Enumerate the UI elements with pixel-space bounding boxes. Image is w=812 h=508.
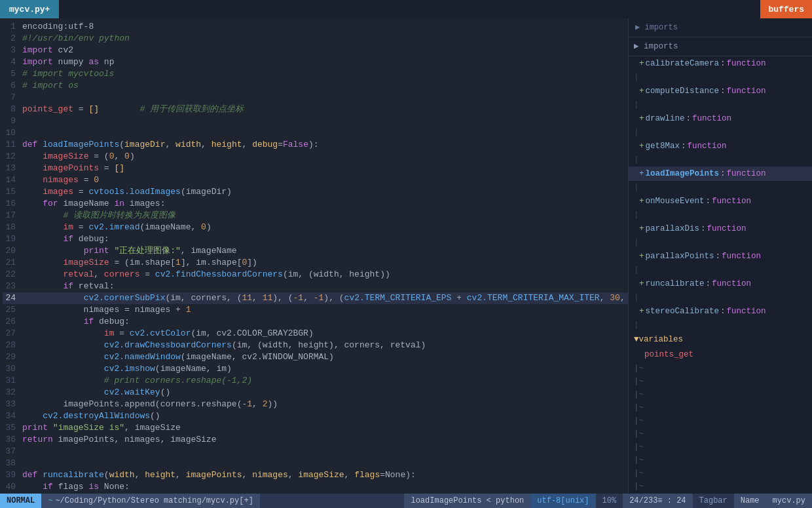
sidebar-sep: | [629, 236, 812, 249]
table-row: 14 nimages = 0 [3, 174, 628, 186]
sidebar-sep: | [629, 126, 812, 139]
table-row: 34 cv2.destroyAllWindows() [3, 410, 628, 422]
sidebar-sep: | [629, 98, 812, 111]
tilde-line: |~ [634, 414, 812, 427]
buffers-label: buffers [768, 5, 804, 14]
table-row: 18 im = cv2.imread(imageName, 0) [3, 222, 628, 233]
status-pct: 10% [596, 494, 623, 508]
table-row: 27 im = cv2.cvtColor(im, cv2.COLOR_GRAY2… [3, 328, 628, 340]
table-row: 16 for imageName in images: [3, 198, 628, 210]
table-row: 28 cv2.drawChessboardCorners(im, (width,… [3, 340, 628, 351]
tab-bar: mycv.py+ buffers [0, 0, 812, 18]
table-row: 7 [3, 92, 628, 104]
buffers-button[interactable]: buffers [760, 0, 812, 18]
code-content: 1 encoding:utf-8 2 #!/usr/bin/env python… [0, 18, 628, 494]
table-row: 25 nimages = nimages + 1 [3, 304, 628, 316]
tilde-line: |~ [634, 480, 812, 493]
table-row: 4 import numpy as np [3, 56, 628, 68]
status-right: loadImagePoints < python utf-8[unix] 10%… [404, 494, 812, 508]
status-mode: NORMAL [0, 494, 41, 508]
variable-name: points_get [644, 350, 693, 359]
table-row: 9 [3, 115, 628, 127]
imports-label: ▶ imports [634, 40, 678, 53]
table-row: 26 if debug: [3, 316, 628, 328]
sidebar-item-onMouseEvent[interactable]: +onMouseEvent : function [629, 194, 812, 208]
sidebar-sep: | [629, 291, 812, 304]
table-row: 29 cv2.namedWindow(imageName, cv2.WINDOW… [3, 351, 628, 363]
tilde-line: |~ [634, 454, 812, 467]
sidebar-item-parallaxPoints[interactable]: +parallaxPoints : function [629, 249, 812, 264]
table-row: 3 import cv2 [3, 45, 628, 56]
sidebar-sep: | [629, 153, 812, 166]
tab-label: mycv.py+ [9, 5, 50, 14]
table-row: 1 encoding:utf-8 [3, 21, 628, 33]
table-row: 40 if flags is None: [3, 481, 628, 493]
sidebar-item-parallaxDis[interactable]: +parallaxDis : function [629, 222, 812, 236]
sidebar-item-calibrateCamera[interactable]: +calibrateCamera : function [629, 56, 812, 71]
table-row: 15 images = cvtools.loadImages(imageDir) [3, 186, 628, 198]
table-row: 30 cv2.imshow(imageName, im) [3, 363, 628, 375]
status-left: NORMAL ~ ~/Coding/Python/Stereo matching… [0, 494, 260, 508]
tilde-line: |~ [634, 375, 812, 388]
table-row: 2 #!/usr/bin/env python [3, 33, 628, 45]
tilde-line: |~ [634, 362, 812, 375]
status-pos: 24/233≡ : 24 [623, 494, 692, 508]
sidebar-sep: | [629, 319, 812, 332]
status-lang: utf-8[unix] [530, 494, 595, 508]
sidebar-help: ▶ imports [629, 18, 812, 37]
sidebar-sep: | [629, 208, 812, 222]
table-row: 13 imagePoints = [] [3, 163, 628, 174]
editor-area: 1 encoding:utf-8 2 #!/usr/bin/env python… [0, 18, 812, 494]
tilde-line: |~ [634, 427, 812, 440]
table-row: 23 if retval: [3, 281, 628, 292]
status-bar: NORMAL ~ ~/Coding/Python/Stereo matching… [0, 494, 812, 508]
table-row: 19 if debug: [3, 233, 628, 245]
sidebar-sep: | [629, 71, 812, 84]
sidebar-item-loadImagePoints[interactable]: +loadImagePoints : function [629, 166, 812, 181]
table-row: 11 def loadImagePoints(imageDir, width, … [3, 139, 628, 151]
table-row: 31 # print corners.reshape(-1,2) [3, 375, 628, 387]
table-row: 17 # 读取图片时转换为灰度图像 [3, 210, 628, 222]
table-row: 37 [3, 446, 628, 458]
sidebar-imports-header[interactable]: ▶ imports [629, 39, 812, 54]
table-row: 35 print "imageSize is", imageSize [3, 422, 628, 434]
table-row: 38 [3, 458, 628, 469]
status-path: ~ ~/Coding/Python/Stereo matching/mycv.p… [41, 494, 260, 508]
table-row: 39 def runcalibrate(width, height, image… [3, 469, 628, 481]
code-lines: 1 encoding:utf-8 2 #!/usr/bin/env python… [0, 18, 628, 494]
table-row: 24 cv2.cornerSubPix(im, corners, (11, 11… [3, 292, 628, 304]
table-row: 8 points_get = [] # 用于传回获取到的点坐标 [3, 104, 628, 115]
sidebar-item-runcalibrate[interactable]: +runcalibrate : function [629, 277, 812, 291]
tilde-line: |~ [634, 388, 812, 401]
table-row: 12 imageSize = (0, 0) [3, 151, 628, 163]
table-row: 6 # import os [3, 80, 628, 92]
tilde-line: |~ [634, 401, 812, 414]
status-fn: loadImagePoints < python [404, 494, 530, 508]
sidebar-item-points_get[interactable]: points_get [629, 347, 812, 362]
sidebar-variables-header[interactable]: ▼variables [629, 332, 812, 347]
sidebar-sep: | [629, 264, 812, 277]
table-row: 32 cv2.waitKey() [3, 387, 628, 399]
status-filename: mycv.py [766, 494, 812, 508]
active-tab[interactable]: mycv.py+ [0, 0, 59, 18]
table-row: 5 # import mycvtools [3, 68, 628, 80]
sidebar-item-drawline[interactable]: +drawline : function [629, 111, 812, 126]
sidebar-item-get8Max[interactable]: +get8Max : function [629, 139, 812, 153]
variables-label: ▼variables [634, 333, 683, 346]
table-row: 33 imagePoints.append(corners.reshape(-1… [3, 399, 628, 410]
table-row: 36 return imagePoints, nimages, imageSiz… [3, 434, 628, 446]
code-editor[interactable]: 1 encoding:utf-8 2 #!/usr/bin/env python… [0, 18, 629, 494]
status-tagname: Name [734, 494, 766, 508]
table-row: 21 imageSize = (im.shape[1], im.shape[0]… [3, 257, 628, 269]
tilde-line: |~ [634, 440, 812, 454]
table-row: 10 [3, 127, 628, 139]
tilde-line: |~ [634, 467, 812, 480]
sidebar-item-computeDistance[interactable]: +computeDistance : function [629, 84, 812, 98]
status-tagbar: Tagbar [693, 494, 734, 508]
right-sidebar: ▶ imports ▶ imports +calibrateCamera : f… [629, 18, 812, 494]
table-row: 22 retval, corners = cv2.findChessboardC… [3, 269, 628, 281]
table-row: 20 print "正在处理图像:", imageName [3, 245, 628, 257]
sidebar-sep: | [629, 181, 812, 194]
sidebar-item-stereoCalibrate[interactable]: +stereoCalibrate : function [629, 304, 812, 319]
